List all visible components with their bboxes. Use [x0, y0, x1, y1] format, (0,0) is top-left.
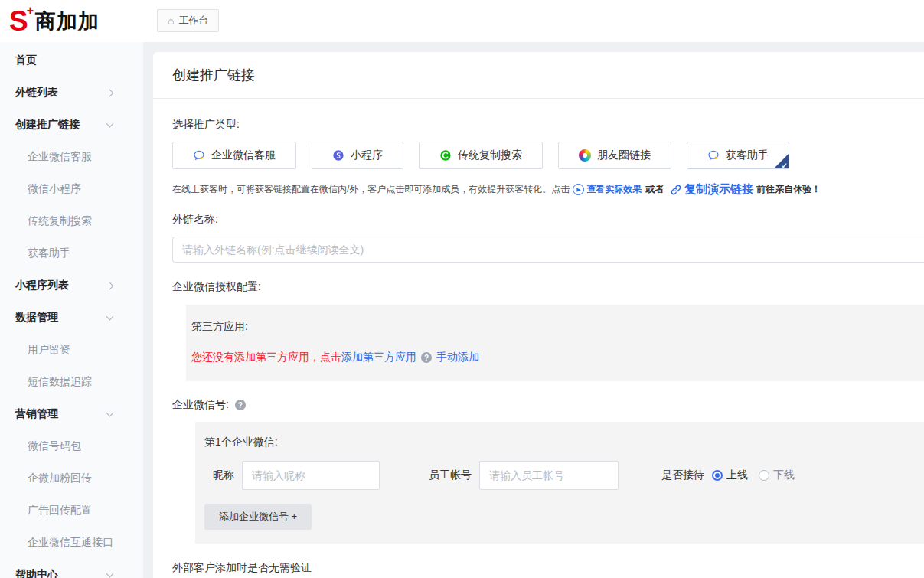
link-name-label: 外链名称: [172, 213, 924, 227]
wecom-auth-config-label: 企业微信授权配置: [172, 280, 924, 294]
sidebar-item-label: 获客助手 [28, 247, 70, 260]
copy-demo-link[interactable]: 复制演示链接 [684, 182, 753, 197]
sidebar-item-link-list[interactable]: 外链列表 [0, 77, 143, 109]
sidebar-item-user-leads[interactable]: 用户留资 [0, 334, 143, 366]
nickname-label: 昵称 [213, 469, 234, 482]
promo-type-label: 选择推广类型: [172, 118, 924, 132]
chevron-down-icon [106, 313, 114, 321]
question-icon[interactable]: ? [421, 352, 432, 363]
sidebar-item-miniprogram-list[interactable]: 小程序列表 [0, 269, 143, 302]
brand-logo-text: 商加加 [35, 8, 100, 35]
type-button-label: 朋友圈链接 [597, 149, 651, 162]
add-wecom-account-button[interactable]: 添加企业微信号 + [204, 504, 312, 530]
main-card: 创建推广链接 选择推广类型: 企业微信客服 小程序 [153, 52, 924, 578]
card-body: 选择推广类型: 企业微信客服 小程序 [153, 99, 924, 578]
acquisition-assistant-chat-icon [707, 149, 720, 162]
topbar: ⌂ 工作台 [143, 0, 924, 42]
type-copy-search-button[interactable]: 传统复制搜索 [419, 142, 543, 169]
question-icon[interactable]: ? [235, 400, 246, 410]
sidebar-item-data-management[interactable]: 数据管理 [0, 302, 143, 334]
brand-logo: S+商加加 [0, 0, 143, 42]
type-wecom-service-button[interactable]: 企业微信客服 [172, 142, 296, 169]
account-label: 员工帐号 [429, 469, 472, 482]
third-party-label: 第三方应用: [191, 320, 924, 334]
moments-icon [579, 149, 591, 162]
wecom-account-label-row: 企业微信号: ? [172, 398, 924, 412]
sidebar-menu: 首页 外链列表 创建推广链接 企业微信客服 微信小程序 传统复制搜索 获客助手 … [0, 42, 143, 578]
sidebar-item-label: 企微加粉回传 [28, 472, 92, 485]
wecom-account-box: 第1个企业微信: 昵称 员工帐号 是否接待 上线 下线 添加企业微信号 + [195, 422, 924, 544]
sidebar-item-marketing-management[interactable]: 营销管理 [0, 398, 143, 430]
nickname-input[interactable] [242, 461, 380, 490]
type-button-label: 小程序 [351, 149, 383, 162]
wecom-account-label: 企业微信号: [172, 398, 229, 412]
miniprogram-icon [332, 149, 344, 162]
third-party-app-box: 第三方应用: 您还没有添加第三方应用，点击 添加第三方应用 ? 手动添加 [186, 305, 924, 381]
offline-radio-label[interactable]: 下线 [773, 469, 795, 482]
tab-workspace-label: 工作台 [178, 14, 208, 28]
sidebar-item-wecom-fans-callback[interactable]: 企微加粉回传 [0, 462, 143, 495]
sidebar-item-label: 用户留资 [28, 343, 70, 357]
sidebar-item-label: 企业微信互通接口 [28, 536, 113, 550]
type-miniprogram-button[interactable]: 小程序 [312, 142, 403, 169]
sidebar-item-label: 帮助中心 [15, 568, 58, 578]
sidebar-item-wecom-service[interactable]: 企业微信客服 [0, 141, 143, 173]
tab-workspace[interactable]: ⌂ 工作台 [157, 9, 219, 32]
link-name-input[interactable] [172, 237, 924, 263]
sidebar-item-label: 微信号码包 [28, 439, 81, 453]
sidebar-item-label: 营销管理 [15, 407, 58, 421]
sidebar-item-create-promo-link[interactable]: 创建推广链接 [0, 109, 143, 141]
offline-radio[interactable] [759, 470, 769, 481]
chevron-right-icon [106, 89, 114, 96]
copy-search-icon [439, 149, 452, 162]
sidebar-item-wechat-miniprogram[interactable]: 微信小程序 [0, 173, 143, 205]
wecom-service-chat-icon [193, 149, 205, 162]
chevron-down-icon [106, 120, 114, 128]
play-icon[interactable]: ▶ [573, 184, 584, 195]
serve-label: 是否接待 [661, 469, 704, 482]
type-button-label: 企业微信客服 [211, 149, 276, 162]
sidebar-item-wecom-interconnect[interactable]: 企业微信互通接口 [0, 527, 143, 559]
type-button-label: 获客助手 [726, 149, 769, 162]
chevron-down-icon [106, 570, 114, 578]
sidebar: S+商加加 首页 外链列表 创建推广链接 企业微信客服 微信小程序 传统复制搜索… [0, 0, 143, 578]
view-effect-link[interactable]: 查看实际效果 [586, 183, 642, 196]
type-acquisition-assistant-button[interactable]: 获客助手 ✓ [687, 142, 789, 169]
type-button-label: 传统复制搜索 [458, 149, 522, 162]
tip-text: 在线上获客时，可将获客链接配置在微信内/外，客户点击即可添加成员，有效提升获客转… [172, 183, 570, 196]
brand-logo-s: S [9, 7, 27, 35]
page-title: 创建推广链接 [153, 52, 924, 99]
online-radio[interactable] [712, 470, 723, 481]
link-icon[interactable] [670, 184, 682, 196]
sidebar-item-ad-callback-config[interactable]: 广告回传配置 [0, 495, 143, 527]
chevron-right-icon [106, 282, 114, 289]
home-icon: ⌂ [168, 15, 174, 27]
acquisition-tip: 在线上获客时，可将获客链接配置在微信内/外，客户点击即可添加成员，有效提升获客转… [172, 182, 924, 197]
sidebar-item-label: 传统复制搜索 [28, 214, 92, 228]
sidebar-item-sms-tracking[interactable]: 短信数据追踪 [0, 366, 143, 398]
third-party-warning-text: 您还没有添加第三方应用，点击 [191, 351, 341, 364]
sidebar-item-help-center[interactable]: 帮助中心 [0, 559, 143, 578]
sidebar-item-label: 企业微信客服 [28, 150, 92, 164]
verify-question-label: 外部客户添加时是否无需验证 [172, 561, 924, 575]
sidebar-item-customer-acquisition[interactable]: 获客助手 [0, 237, 143, 269]
sidebar-item-label: 数据管理 [15, 311, 58, 325]
manual-add-link[interactable]: 手动添加 [436, 351, 479, 364]
tip-text: 前往亲自体验！ [756, 183, 821, 196]
sidebar-item-wechat-number-pack[interactable]: 微信号码包 [0, 430, 143, 462]
sidebar-item-label: 广告回传配置 [28, 504, 92, 518]
online-radio-label[interactable]: 上线 [726, 469, 748, 482]
check-icon: ✓ [782, 162, 788, 170]
first-wecom-title: 第1个企业微信: [204, 436, 924, 449]
type-moments-link-button[interactable]: 朋友圈链接 [558, 142, 671, 169]
account-input[interactable] [479, 461, 619, 490]
wecom-fields-row: 昵称 员工帐号 是否接待 上线 下线 [204, 461, 924, 490]
sidebar-item-copy-search[interactable]: 传统复制搜索 [0, 205, 143, 237]
tip-text: 或者 [645, 183, 664, 196]
add-third-party-link[interactable]: 添加第三方应用 [341, 351, 416, 364]
sidebar-item-label: 小程序列表 [15, 279, 69, 292]
sidebar-item-home[interactable]: 首页 [0, 44, 143, 77]
third-party-warning-row: 您还没有添加第三方应用，点击 添加第三方应用 ? 手动添加 [191, 351, 924, 364]
sidebar-item-label: 创建推广链接 [15, 118, 80, 132]
sidebar-item-label: 首页 [15, 54, 37, 67]
